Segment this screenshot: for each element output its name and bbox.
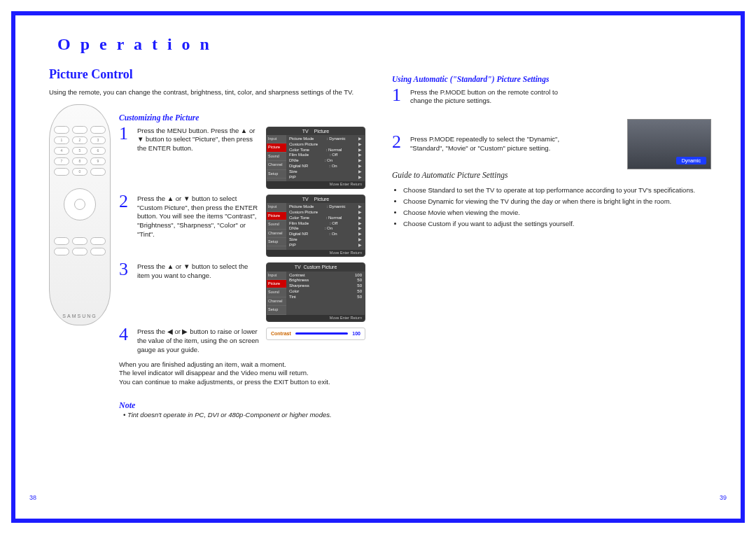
pmode-osd-preview: Dynamic <box>627 119 711 169</box>
bullet-item: Choose Dynamic for viewing the TV during… <box>403 197 707 206</box>
page-number-left: 38 <box>29 493 36 502</box>
osd-custom-picture: TV Custom Picture Input Picture Sound Ch… <box>266 262 365 322</box>
gauge-label: Contrast <box>271 330 291 337</box>
step-1: 1 Press the MENU button. Press the ▲ or … <box>119 127 364 189</box>
page-root: O p e r a t i o n Picture Control Using … <box>0 0 756 534</box>
step-text: Press the ▲ or ▼ button to select the it… <box>137 262 260 322</box>
content-area: O p e r a t i o n Picture Control Using … <box>49 35 707 499</box>
closing-text-2: The level indicator will disappear and t… <box>119 369 364 378</box>
bullet-item: Choose Movie when viewing the movie. <box>403 209 707 218</box>
step-number: 3 <box>119 262 132 322</box>
steps-container: Customizing the Picture 1 Press the MENU… <box>119 104 364 420</box>
osd-contrast-gauge: Contrast 100 <box>266 328 365 339</box>
osd-picture-menu-2: TV Picture Input Picture Sound Channel S… <box>266 195 365 257</box>
left-column: Picture Control Using the remote, you ca… <box>49 35 364 499</box>
guide-bullets: Choose Standard to set the TV to operate… <box>403 186 707 228</box>
osd-picture-menu: TV Picture Input Picture Sound Channel S… <box>266 127 365 189</box>
step-number: 2 <box>119 195 132 257</box>
gauge-bar <box>295 332 349 335</box>
step-text: Press P.MODE repeatedly to select the "D… <box>410 135 564 153</box>
step-number: 1 <box>119 127 132 189</box>
remote-control-illustration: 123 456 789 0 SAMSUNG <box>49 104 111 325</box>
pmode-tag: Dynamic <box>676 157 706 164</box>
note-body: • Tint doesn't operate in PC, DVI or 480… <box>130 411 364 420</box>
note-heading: Note <box>119 400 364 411</box>
customizing-head: Customizing the Picture <box>119 113 364 124</box>
guide-heading: Guide to Automatic Picture Settings <box>392 170 707 181</box>
step-4: 4 Press the ◀ or ▶ button to raise or lo… <box>119 328 364 354</box>
bullet-item: Choose Custom if you want to adjust the … <box>403 220 707 229</box>
intro-text: Using the remote, you can change the con… <box>49 88 364 97</box>
using-automatic-head: Using Automatic ("Standard") Picture Set… <box>392 74 707 85</box>
right-column: Using Automatic ("Standard") Picture Set… <box>392 35 707 499</box>
remote-dpad-icon <box>64 188 96 220</box>
closing-text-1: When you are finished adjusting an item,… <box>119 360 364 370</box>
closing-text-3: You can continue to make adjustments, or… <box>119 378 364 387</box>
step-text: Press the P.MODE button on the remote co… <box>410 88 564 106</box>
gauge-value: 100 <box>352 330 360 337</box>
page-border: O p e r a t i o n Picture Control Using … <box>11 11 745 523</box>
bullet-item: Choose Standard to set the TV to operate… <box>403 186 707 195</box>
step-3: 3 Press the ▲ or ▼ button to select the … <box>119 262 364 322</box>
step-number: 2 <box>392 135 405 153</box>
remote-brand-label: SAMSUNG <box>50 313 110 319</box>
step-text: Press the MENU button. Press the ▲ or ▼ … <box>137 127 260 189</box>
step-text: Press the ▲ or ▼ button to select "Custo… <box>137 195 260 257</box>
step-number: 4 <box>119 328 132 354</box>
step-2: 2 Press the ▲ or ▼ button to select "Cus… <box>119 195 364 257</box>
step-text: Press the ◀ or ▶ button to raise or lowe… <box>137 328 260 354</box>
section-title: Picture Control <box>49 66 364 83</box>
step-number: 1 <box>392 88 405 106</box>
page-number-right: 39 <box>720 493 727 502</box>
right-step-1: 1 Press the P.MODE button on the remote … <box>392 88 707 106</box>
